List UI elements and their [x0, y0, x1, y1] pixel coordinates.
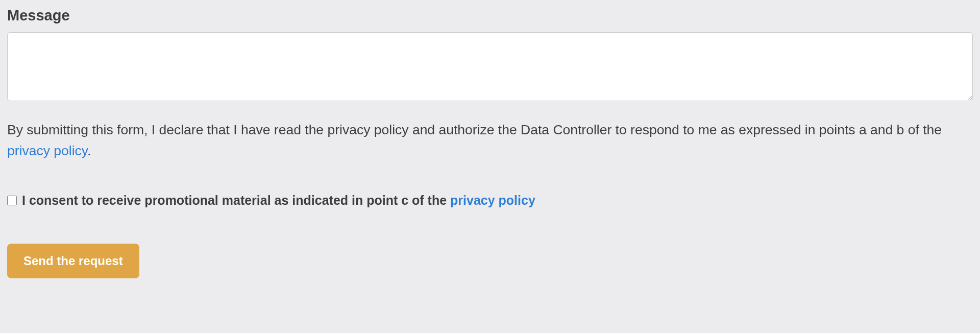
consent-checkbox[interactable]: [7, 196, 17, 205]
privacy-statement-text: By submitting this form, I declare that …: [7, 122, 942, 137]
consent-label-text: I consent to receive promotional materia…: [22, 193, 450, 207]
consent-row: I consent to receive promotional materia…: [7, 192, 973, 209]
consent-privacy-policy-link[interactable]: privacy policy: [450, 193, 535, 207]
consent-label: I consent to receive promotional materia…: [22, 192, 535, 209]
privacy-policy-link[interactable]: privacy policy: [7, 143, 87, 158]
message-textarea[interactable]: [7, 32, 973, 101]
submit-button[interactable]: Send the request: [7, 244, 139, 278]
privacy-statement: By submitting this form, I declare that …: [7, 120, 973, 161]
privacy-statement-suffix: .: [87, 143, 91, 158]
message-label: Message: [7, 7, 973, 24]
